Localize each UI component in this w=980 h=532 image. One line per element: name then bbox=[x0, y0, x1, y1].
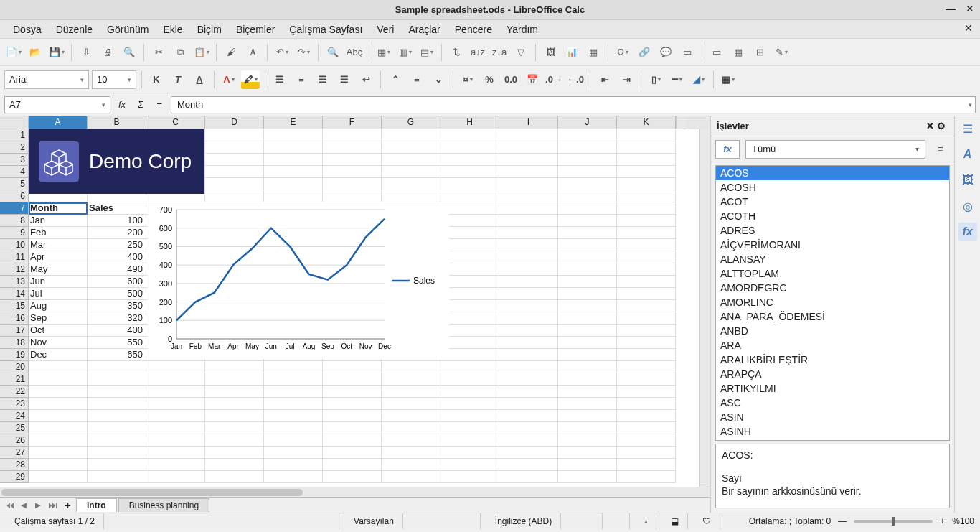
row-header[interactable]: 21 bbox=[0, 373, 29, 386]
cell[interactable] bbox=[617, 300, 676, 312]
menu-tools[interactable]: Araçlar bbox=[401, 21, 447, 38]
menu-data[interactable]: Veri bbox=[369, 21, 401, 38]
cell[interactable] bbox=[440, 202, 499, 215]
sidebar-close-icon[interactable]: ✕ bbox=[926, 121, 934, 131]
cell[interactable]: Apr bbox=[29, 251, 88, 263]
cell[interactable] bbox=[88, 459, 146, 471]
column-header[interactable]: B bbox=[88, 116, 146, 129]
insert-chart-icon[interactable]: 📊 bbox=[562, 43, 581, 62]
cell[interactable] bbox=[558, 349, 617, 361]
cell[interactable]: May bbox=[29, 263, 88, 276]
cell[interactable]: 490 bbox=[88, 263, 146, 276]
cell[interactable] bbox=[440, 190, 499, 202]
number-icon[interactable]: 0.0 bbox=[501, 70, 520, 89]
insert-image-icon[interactable]: 🖼 bbox=[541, 43, 560, 62]
font-name-combo[interactable]: Arial▾ bbox=[4, 70, 89, 89]
cell[interactable] bbox=[617, 178, 676, 190]
cell[interactable] bbox=[499, 129, 558, 141]
row-header[interactable]: 3 bbox=[0, 154, 29, 166]
cell[interactable] bbox=[558, 288, 617, 300]
cell[interactable] bbox=[558, 410, 617, 422]
zoom-minus-icon[interactable]: — bbox=[838, 516, 847, 526]
function-item[interactable]: ACOT bbox=[716, 195, 949, 209]
function-item[interactable]: ACOS bbox=[716, 166, 949, 180]
column-header[interactable]: E bbox=[264, 116, 323, 129]
cell[interactable] bbox=[558, 166, 617, 178]
cell[interactable]: 100 bbox=[88, 215, 146, 227]
cell[interactable] bbox=[440, 276, 499, 288]
function-item[interactable]: ALANSAY bbox=[716, 252, 949, 266]
properties-icon[interactable]: ☰ bbox=[958, 119, 977, 138]
column-header[interactable]: C bbox=[146, 116, 205, 129]
cell[interactable] bbox=[205, 166, 264, 178]
row-header[interactable]: 14 bbox=[0, 288, 29, 300]
tab-add-icon[interactable]: ＋ bbox=[60, 499, 75, 512]
function-item[interactable]: AİÇVERİMORANI bbox=[716, 238, 949, 252]
menu-format[interactable]: Biçim bbox=[190, 21, 229, 38]
cell[interactable] bbox=[382, 434, 440, 447]
cell[interactable] bbox=[440, 373, 499, 386]
cell[interactable] bbox=[617, 434, 676, 447]
function-item[interactable]: AMORDEGRC bbox=[716, 281, 949, 295]
cell[interactable] bbox=[264, 471, 323, 483]
cell[interactable] bbox=[264, 386, 323, 398]
row-header[interactable]: 16 bbox=[0, 312, 29, 325]
cell[interactable] bbox=[440, 215, 499, 227]
cell[interactable]: 400 bbox=[88, 325, 146, 337]
function-item[interactable]: ACOSH bbox=[716, 180, 949, 195]
cell[interactable] bbox=[440, 325, 499, 337]
cell[interactable] bbox=[88, 398, 146, 410]
cell[interactable] bbox=[499, 337, 558, 349]
cell[interactable] bbox=[382, 141, 440, 154]
cell[interactable] bbox=[558, 202, 617, 215]
draw-functions-icon[interactable]: ✎ bbox=[772, 43, 791, 62]
function-item[interactable]: ACOTH bbox=[716, 209, 949, 223]
row-header[interactable]: 6 bbox=[0, 190, 29, 202]
function-item[interactable]: AŞAĞIYUVARLA bbox=[716, 439, 949, 441]
col-icon[interactable]: ▥ bbox=[396, 43, 415, 62]
close-icon[interactable]: ✕ bbox=[966, 3, 974, 14]
cell[interactable] bbox=[499, 325, 558, 337]
zoom-plus-icon[interactable]: + bbox=[940, 516, 945, 526]
cell[interactable] bbox=[382, 410, 440, 422]
align-middle-icon[interactable]: ≡ bbox=[407, 70, 426, 89]
row-header[interactable]: 13 bbox=[0, 276, 29, 288]
cell[interactable] bbox=[382, 386, 440, 398]
cell[interactable] bbox=[88, 434, 146, 447]
cell[interactable] bbox=[440, 386, 499, 398]
row-header[interactable]: 12 bbox=[0, 263, 29, 276]
column-header[interactable]: J bbox=[558, 116, 617, 129]
align-bottom-icon[interactable]: ⌄ bbox=[429, 70, 448, 89]
border-color-icon[interactable]: ◢ bbox=[689, 70, 708, 89]
headers-footers-icon[interactable]: ▭ bbox=[678, 43, 697, 62]
cell[interactable]: Jul bbox=[29, 288, 88, 300]
cell[interactable] bbox=[323, 154, 382, 166]
cell[interactable] bbox=[29, 386, 88, 398]
cell[interactable] bbox=[88, 447, 146, 459]
cell[interactable] bbox=[617, 325, 676, 337]
zoom-slider[interactable] bbox=[854, 520, 933, 523]
cell[interactable] bbox=[499, 459, 558, 471]
increase-indent-icon[interactable]: ⇥ bbox=[617, 70, 636, 89]
tab-first-icon[interactable]: ⏮ bbox=[3, 500, 16, 510]
cell[interactable]: 400 bbox=[88, 251, 146, 263]
cell[interactable] bbox=[264, 129, 323, 141]
cell[interactable] bbox=[617, 154, 676, 166]
column-header[interactable]: D bbox=[205, 116, 264, 129]
row-header[interactable]: 20 bbox=[0, 361, 29, 373]
cell[interactable]: 500 bbox=[88, 288, 146, 300]
sort-icon[interactable]: ⇅ bbox=[447, 43, 466, 62]
cell[interactable] bbox=[558, 325, 617, 337]
menu-help[interactable]: Yardım bbox=[499, 21, 545, 38]
cell[interactable] bbox=[499, 422, 558, 434]
cell[interactable] bbox=[558, 361, 617, 373]
cell[interactable] bbox=[499, 202, 558, 215]
cut-icon[interactable]: ✂ bbox=[149, 43, 168, 62]
cell[interactable] bbox=[499, 227, 558, 239]
cell[interactable] bbox=[146, 398, 205, 410]
cell[interactable] bbox=[440, 434, 499, 447]
row-header[interactable]: 24 bbox=[0, 410, 29, 422]
cell[interactable] bbox=[382, 361, 440, 373]
function-item[interactable]: AMORLINC bbox=[716, 295, 949, 309]
cell[interactable] bbox=[323, 373, 382, 386]
